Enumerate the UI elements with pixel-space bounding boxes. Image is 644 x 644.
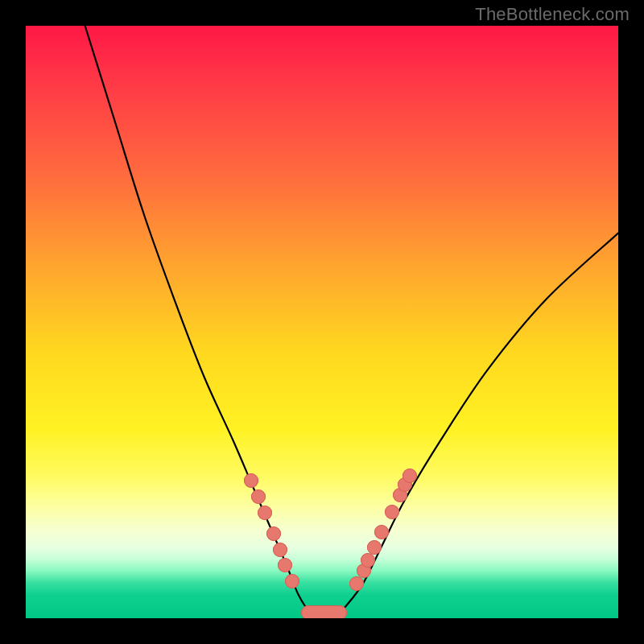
chart-frame: TheBottleneck.com [0,0,644,644]
curve-marker [285,574,299,588]
curve-marker [273,543,287,557]
curve-marker [374,525,389,539]
watermark-text: TheBottleneck.com [475,4,630,25]
curve-marker [258,506,272,520]
curve-marker [367,540,382,555]
curve-marker [385,505,399,519]
curve-marker [266,526,281,541]
bottleneck-curve [26,26,618,618]
curve-marker [244,473,258,488]
plot-area [26,26,618,618]
curve-marker [278,558,292,572]
curve-marker [251,489,266,504]
curve-marker [361,553,375,568]
curve-flat-segment [301,605,347,618]
curve-marker [349,576,364,591]
curve-marker [402,469,417,483]
